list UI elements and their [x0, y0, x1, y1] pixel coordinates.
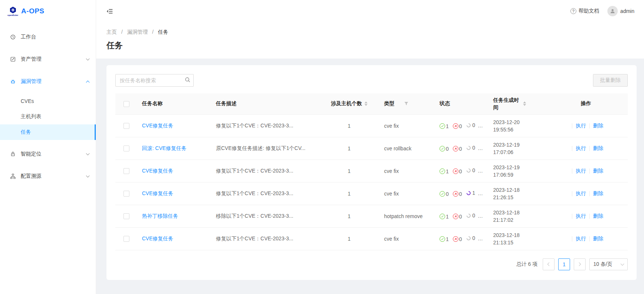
running-spinner-icon: [466, 235, 472, 241]
sidebar-item-cves[interactable]: CVEs: [0, 93, 96, 109]
app-logo[interactable]: openEuler A-OPS: [0, 0, 96, 22]
task-description: 原CVE修复任务描述: 修复以下1个CV...: [211, 137, 319, 160]
running-spinner-icon: [466, 213, 472, 219]
pagination-total: 总计 6 项: [516, 261, 538, 268]
chevron-down-icon: [621, 262, 624, 265]
column-label: 任务描述: [216, 100, 237, 106]
task-name-link[interactable]: CVE修复任务: [142, 123, 173, 128]
success-icon: ✓: [440, 214, 445, 219]
execute-button[interactable]: 执行: [576, 145, 586, 151]
task-type: hotpatch remove: [380, 205, 435, 227]
success-count: 1: [446, 236, 449, 242]
sidebar-item-asset-mgmt[interactable]: 资产管理: [0, 51, 96, 67]
fail-count: 0: [459, 236, 462, 242]
breadcrumb-home[interactable]: 主页: [106, 29, 117, 35]
select-all-checkbox[interactable]: [123, 101, 129, 107]
page-1-button[interactable]: 1: [558, 258, 570, 270]
running-count: 1: [472, 190, 475, 196]
column-header-host-count[interactable]: 涉及主机个数: [319, 93, 380, 114]
delete-button[interactable]: 删除: [593, 235, 603, 241]
search-input[interactable]: [115, 74, 194, 87]
row-checkbox[interactable]: [123, 191, 129, 197]
task-name-link[interactable]: CVE修复任务: [142, 190, 173, 196]
task-status: ✓1 ✕0 0 ?0: [435, 160, 489, 182]
sort-icon[interactable]: [523, 101, 526, 106]
status-success: ✓1: [440, 123, 449, 129]
execute-button[interactable]: 执行: [576, 168, 586, 174]
page-size-select[interactable]: 10 条/页: [589, 258, 628, 270]
success-icon: ✓: [440, 123, 445, 129]
delete-button[interactable]: 删除: [593, 190, 603, 196]
status-fail: ✕0: [453, 123, 462, 129]
avatar: [607, 6, 618, 16]
task-name-link[interactable]: CVE修复任务: [142, 168, 173, 174]
success-icon: ✓: [440, 168, 445, 174]
unknown-count: 0: [485, 191, 488, 197]
help-docs-link[interactable]: ? 帮助文档: [570, 8, 599, 14]
user-menu[interactable]: admin: [607, 6, 634, 16]
created-clock: 17:07:06: [493, 148, 540, 156]
task-name-link[interactable]: 回滚: CVE修复任务: [142, 145, 187, 151]
row-checkbox[interactable]: [123, 213, 129, 219]
running-count: 0: [472, 235, 475, 241]
delete-button[interactable]: 删除: [593, 123, 603, 128]
execute-button[interactable]: 执行: [576, 190, 586, 196]
created-date: 2023-12-19: [493, 164, 540, 171]
openeuler-logo-icon: openEuler: [7, 6, 18, 16]
task-name-link[interactable]: 热补丁移除任务: [142, 213, 178, 219]
lock-icon: [10, 151, 16, 157]
breadcrumb-vuln-mgmt[interactable]: 漏洞管理: [127, 29, 148, 35]
breadcrumb-separator: /: [152, 29, 154, 35]
status-success: ✓1: [440, 236, 449, 242]
sidebar-collapse-button[interactable]: [106, 8, 113, 15]
success-icon: ✓: [440, 146, 445, 151]
card-toolbar: 批量删除: [115, 74, 628, 87]
status-success: ✓1: [440, 214, 449, 220]
execute-button[interactable]: 执行: [576, 213, 586, 219]
delete-button[interactable]: 删除: [593, 145, 603, 151]
column-header-created[interactable]: 任务生成时间: [489, 93, 544, 114]
column-header-status: 状态: [435, 93, 489, 114]
task-name-link[interactable]: CVE修复任务: [142, 235, 173, 241]
chevron-up-icon: [86, 80, 90, 84]
row-checkbox[interactable]: [123, 146, 129, 151]
delete-button[interactable]: 删除: [593, 213, 603, 219]
row-checkbox[interactable]: [123, 123, 129, 129]
sidebar-item-workbench[interactable]: 工作台: [0, 29, 96, 45]
chevron-down-icon: [86, 57, 90, 61]
execute-button[interactable]: 执行: [576, 235, 586, 241]
task-type: cve fix: [380, 114, 435, 137]
batch-delete-button[interactable]: 批量删除: [593, 74, 628, 87]
sidebar-menu: 工作台 资产管理 漏洞管理 CVEs: [0, 22, 96, 184]
status-running: 0: [466, 235, 475, 241]
prev-page-button[interactable]: [543, 258, 555, 270]
column-label: 状态: [440, 100, 450, 106]
created-date: 2023-12-20: [493, 118, 540, 126]
row-checkbox[interactable]: [123, 236, 129, 242]
topbar-right: ? 帮助文档 admin: [570, 6, 634, 16]
task-description: 修复以下1个CVE：CVE-2023-3...: [211, 160, 319, 182]
next-page-button[interactable]: [574, 258, 586, 270]
filter-icon[interactable]: [404, 101, 409, 106]
column-label: 任务名称: [142, 100, 163, 106]
running-spinner-icon: [466, 123, 472, 128]
sidebar-item-label: 工作台: [21, 34, 36, 40]
page-size-value: 10 条/页: [593, 261, 612, 268]
host-count: 1: [319, 114, 380, 137]
delete-button[interactable]: 删除: [593, 168, 603, 174]
row-actions: 执行删除: [544, 227, 628, 250]
sidebar-item-tasks[interactable]: 任务: [0, 124, 96, 140]
divider: [572, 236, 572, 241]
row-checkbox[interactable]: [123, 168, 129, 174]
sidebar-item-intelligent-location[interactable]: 智能定位: [0, 146, 96, 162]
sidebar-item-config-trace[interactable]: 配置溯源: [0, 168, 96, 184]
status-running: 0: [466, 145, 475, 151]
fail-count: 0: [459, 168, 462, 174]
divider: [589, 214, 590, 219]
search-icon[interactable]: [185, 77, 190, 84]
sidebar-item-host-list[interactable]: 主机列表: [0, 109, 96, 124]
column-header-description: 任务描述: [211, 93, 319, 114]
sidebar-item-vuln-mgmt[interactable]: 漏洞管理: [0, 73, 96, 90]
execute-button[interactable]: 执行: [576, 123, 586, 128]
sort-icon[interactable]: [365, 101, 367, 106]
